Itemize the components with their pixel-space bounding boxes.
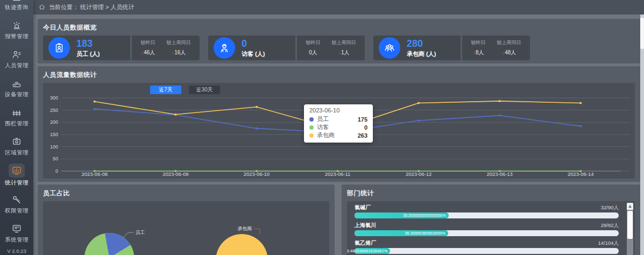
compare-label: 较昨日 <box>471 39 486 46</box>
pie-label: 员工 <box>135 230 145 235</box>
stat-card-compare: 较昨日0人较上周同日↓1人 <box>297 36 365 60</box>
sidebar-item-label: 轨迹查询 <box>5 4 29 11</box>
sidebar-item-统计管理[interactable]: 统计管理 <box>0 160 33 189</box>
tooltip-series-value: 0 <box>364 124 367 131</box>
department-row-head: 上海氯川29/82人 <box>355 222 619 229</box>
system-icon <box>11 223 23 235</box>
department-row-head: 氯乙烯厂14/104人 <box>355 239 619 246</box>
department-bar-track: 35.555555555555556% <box>355 212 619 218</box>
home-icon[interactable] <box>39 4 45 11</box>
flow-title: 人员流量数据统计 <box>43 70 635 80</box>
tab-近7天[interactable]: 近7天 <box>150 86 181 94</box>
compare-column: 较昨日↓8人 <box>471 39 486 56</box>
compare-label: 较上周同日 <box>497 39 521 46</box>
stat-card: 0访客 (人)较昨日0人较上周同日↓1人 <box>208 36 365 60</box>
compare-column: 较昨日0人 <box>306 39 321 56</box>
stat-card: 280承包商 (人)较昨日↓8人较上周同日↓48人 <box>373 36 530 60</box>
app-root: 轨迹查询报警管理人员管理设备管理围栏管理区域管理统计管理权限管理系统管理 V 2… <box>0 0 644 255</box>
svg-text:50: 50 <box>53 156 58 161</box>
stat-label: 员工 (人) <box>76 50 100 58</box>
svg-text:0: 0 <box>55 168 58 174</box>
employee-ratio-pie-chart[interactable]: 员工承包商 <box>43 201 329 255</box>
tooltip-series-name: 承包商 <box>317 131 350 139</box>
scrollbar-thumb[interactable] <box>627 211 633 239</box>
sidebar-item-label: 区域管理 <box>5 149 29 157</box>
content: 今日人员数据概览 183员工 (人)较昨日↓46人较上周同日↓16人0访客 (人… <box>33 15 644 255</box>
sidebar-item-设备管理[interactable]: 设备管理 <box>0 73 33 102</box>
department-name: 氯碱厂 <box>355 204 371 211</box>
badge-icon <box>48 37 70 59</box>
sidebar-item-轨迹查询[interactable]: 轨迹查询 <box>0 0 33 15</box>
breadcrumb: 当前位置： 统计管理 > 人员统计 <box>49 3 135 11</box>
department-percent: 35.36585365853659% <box>405 230 445 236</box>
sidebar-item-系统管理[interactable]: 系统管理 <box>0 218 33 247</box>
department-title: 部门统计 <box>347 189 635 198</box>
app-version: V 2.0.23 <box>0 248 33 254</box>
permission-icon <box>11 194 23 206</box>
compare-column: 较上周同日↓48人 <box>497 39 521 56</box>
pie-label: 承包商 <box>238 226 252 231</box>
sidebar-item-label: 统计管理 <box>5 179 29 187</box>
employee-ratio-title: 员工占比 <box>43 189 329 198</box>
department-panel: 部门统计 氯碱厂32/90人35.555555555555556%上海氯川29/… <box>342 185 640 255</box>
group-icon <box>379 37 400 59</box>
stat-value: 0 <box>242 38 265 49</box>
scroll-up-icon[interactable] <box>627 203 633 210</box>
stat-value: 280 <box>407 38 436 49</box>
bottom-row: 员工占比 员工承包商 部门统计 氯碱厂32/90人35.555555555555… <box>38 185 640 255</box>
compare-label: 较上周同日 <box>332 39 356 46</box>
sidebar-item-区域管理[interactable]: 区域管理 <box>0 131 33 160</box>
compare-label: 较昨日 <box>306 39 321 46</box>
compare-value: ↓16人 <box>167 49 191 56</box>
department-row: 上海氯川29/82人35.36585365853659% <box>355 222 619 236</box>
sidebar-item-label: 系统管理 <box>5 236 29 244</box>
department-row-head: 氯碱厂32/90人 <box>355 204 619 211</box>
department-bar-fill: 35.555555555555556% <box>355 212 449 218</box>
compare-value: ↓46人 <box>141 49 155 56</box>
svg-text:150: 150 <box>50 132 58 137</box>
department-bar-fill: 35.36585365853659% <box>355 230 448 236</box>
employee-ratio-panel: 员工占比 员工承包商 <box>38 185 335 255</box>
employee-ratio-card: 员工承包商 <box>43 201 329 255</box>
department-bar-track: 35.36585365853659% <box>355 230 619 236</box>
page-scrollbar-thumb[interactable] <box>640 18 644 49</box>
down-arrow-icon: ↓ <box>502 50 505 55</box>
stat-label: 承包商 (人) <box>407 50 436 58</box>
tooltip-row: 承包商263 <box>309 131 367 139</box>
stat-card-main: 183员工 (人) <box>43 36 130 60</box>
svg-text:250: 250 <box>50 108 58 113</box>
page-scrollbar[interactable] <box>640 15 644 255</box>
stat-texts: 280承包商 (人) <box>407 38 436 58</box>
personnel-icon <box>11 48 23 60</box>
down-arrow-icon: ↓ <box>472 50 475 55</box>
department-bar-fill: 13.461538461538462% <box>355 248 390 254</box>
sidebar: 轨迹查询报警管理人员管理设备管理围栏管理区域管理统计管理权限管理系统管理 V 2… <box>0 0 33 255</box>
department-percent: 35.555555555555556% <box>403 212 446 218</box>
overview-panel: 今日人员数据概览 183员工 (人)较昨日↓46人较上周同日↓16人0访客 (人… <box>38 19 640 63</box>
department-percent: 13.461538461538462% <box>347 248 387 254</box>
tooltip-series-value: 175 <box>358 116 367 123</box>
tooltip-series-value: 263 <box>358 132 367 139</box>
sidebar-item-人员管理[interactable]: 人员管理 <box>0 44 33 73</box>
compare-column: 较上周同日↓16人 <box>167 39 191 56</box>
sidebar-item-报警管理[interactable]: 报警管理 <box>0 15 33 44</box>
area-icon <box>11 136 23 147</box>
department-bar-track: 13.461538461538462% <box>355 248 619 254</box>
stat-card-main: 280承包商 (人) <box>373 36 461 60</box>
stat-card: 183员工 (人)较昨日↓46人较上周同日↓16人 <box>43 36 200 60</box>
tab-近30天[interactable]: 近30天 <box>189 86 220 94</box>
tooltip-series-name: 访客 <box>317 123 357 131</box>
tooltip-date: 2023-06-10 <box>309 107 367 114</box>
visitor-icon <box>214 37 235 59</box>
chart-tooltip: 2023-06-10员工175访客0承包商263 <box>304 104 373 143</box>
tooltip-row: 访客0 <box>309 123 367 131</box>
statistics-icon <box>9 164 25 178</box>
department-scrollbar[interactable] <box>627 203 633 255</box>
sidebar-item-权限管理[interactable]: 权限管理 <box>0 189 33 218</box>
department-card: 氯碱厂32/90人35.555555555555556%上海氯川29/82人35… <box>347 201 635 255</box>
series-dot-icon <box>309 133 314 138</box>
department-name: 上海氯川 <box>355 222 376 229</box>
compare-value: 0人 <box>306 49 321 56</box>
range-tabs: 近7天近30天 <box>150 86 633 95</box>
sidebar-item-围栏管理[interactable]: 围栏管理 <box>0 102 33 131</box>
